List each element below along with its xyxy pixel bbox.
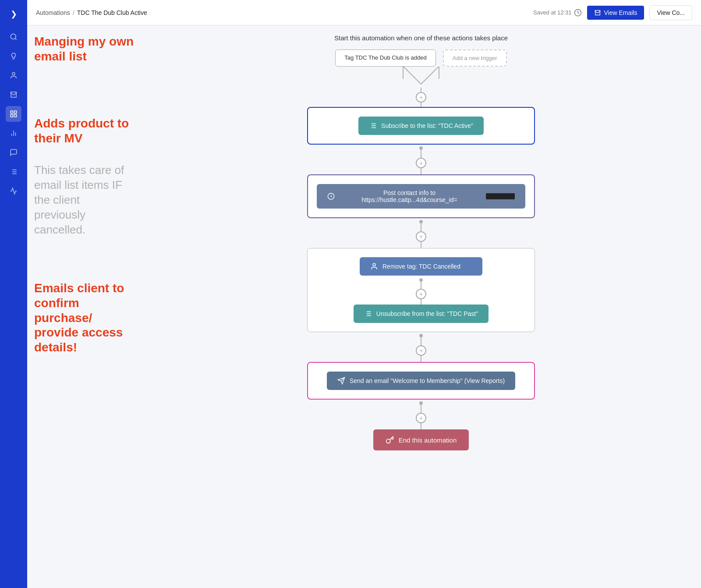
- step-2-button[interactable]: Post contact info to https://hustle.cait…: [317, 184, 525, 209]
- collapse-sidebar-button[interactable]: ❯: [6, 6, 21, 22]
- step-3-group: Remove tag: TDC Cancelled + Unsubscribe …: [307, 248, 535, 332]
- end-automation-button[interactable]: End this automation: [373, 429, 469, 450]
- messages-nav-icon[interactable]: [6, 145, 21, 160]
- svg-rect-5: [11, 115, 13, 117]
- step-1-label: Subscribe to the list: "TDC Active": [381, 122, 473, 129]
- annotations-panel: Manging my own email list Adds product t…: [27, 25, 141, 588]
- add-step-3-inner[interactable]: +: [416, 289, 426, 299]
- svg-rect-3: [11, 111, 13, 113]
- annotation-4: Emails client to confirm purchase/ provi…: [34, 281, 134, 354]
- redacted-value: [486, 193, 515, 199]
- step-4-outer: Send an email "Welcome to Membership" (V…: [307, 362, 535, 400]
- header: Automations / TDC The Dub Club Active Sa…: [27, 0, 701, 25]
- unsubscribe-icon: [364, 310, 372, 318]
- add-step-1[interactable]: +: [416, 158, 426, 168]
- view-emails-label: View Emails: [604, 9, 637, 16]
- connector-2: +: [159, 145, 683, 174]
- content-area: Manging my own email list Adds product t…: [27, 25, 701, 588]
- svg-rect-6: [14, 115, 17, 117]
- trigger-2-label: Add a new trigger: [453, 55, 497, 61]
- add-step-0[interactable]: +: [416, 92, 426, 103]
- step-3-container: Remove tag: TDC Cancelled + Unsubscribe …: [159, 248, 683, 332]
- svg-point-2: [12, 72, 15, 75]
- step-3b-label: Unsubscribe from the list: "TDC Past": [376, 310, 478, 317]
- view-contacts-button[interactable]: View Co...: [649, 5, 692, 20]
- trigger-1-box[interactable]: Tag TDC The Dub Club is added: [335, 50, 435, 67]
- add-step-3[interactable]: +: [416, 345, 426, 356]
- annotation-3-text: This takes care of email list items IF t…: [34, 163, 134, 237]
- search-icon[interactable]: [6, 29, 21, 45]
- end-automation-label: End this automation: [399, 436, 457, 444]
- breadcrumb-automations[interactable]: Automations: [36, 9, 70, 16]
- flow-header-text: Start this automation when one of these …: [159, 34, 683, 42]
- annotation-2: Adds product to their MV: [34, 116, 134, 145]
- saved-info: Saved at 12:31: [533, 9, 582, 17]
- annotation-1-text: Manging my own email list: [34, 34, 134, 64]
- step-1-button[interactable]: Subscribe to the list: "TDC Active": [358, 117, 484, 135]
- add-step-2[interactable]: +: [416, 231, 426, 242]
- connector-1: +: [159, 67, 683, 107]
- webhook-icon: [327, 192, 335, 200]
- email-button-icon: [594, 9, 601, 16]
- step-4-container: Send an email "Welcome to Membership" (V…: [159, 362, 683, 400]
- user-tag-icon: [370, 262, 378, 270]
- breadcrumb-separator: /: [73, 9, 74, 16]
- contacts-nav-icon[interactable]: [6, 67, 21, 83]
- trigger-2-box[interactable]: Add a new trigger: [443, 50, 507, 67]
- list-icon-1: [369, 122, 377, 130]
- group-inner-connector: +: [416, 276, 426, 305]
- svg-line-17: [404, 67, 421, 84]
- step-4-label: Send an email "Welcome to Membership" (V…: [350, 377, 505, 384]
- annotation-2-text: Adds product to their MV: [34, 116, 134, 145]
- connector-4: +: [159, 332, 683, 362]
- step-1-container: Subscribe to the list: "TDC Active": [159, 107, 683, 145]
- annotation-1: Manging my own email list: [34, 34, 134, 64]
- add-step-4[interactable]: +: [416, 413, 426, 423]
- svg-point-0: [11, 34, 16, 39]
- triggers-row: Tag TDC The Dub Club is added Add a new …: [159, 50, 683, 67]
- send-email-icon: [337, 377, 345, 385]
- step-4-button[interactable]: Send an email "Welcome to Membership" (V…: [327, 372, 515, 390]
- step-2-outer: Post contact info to https://hustle.cait…: [307, 174, 535, 218]
- clock-icon: [574, 9, 582, 17]
- step-3a-button[interactable]: Remove tag: TDC Cancelled: [360, 257, 482, 276]
- email-nav-icon[interactable]: [6, 87, 21, 103]
- end-container: End this automation: [159, 429, 683, 450]
- lists-nav-icon[interactable]: [6, 164, 21, 180]
- view-emails-button[interactable]: View Emails: [587, 6, 644, 20]
- flow-canvas: Start this automation when one of these …: [141, 25, 701, 588]
- main-wrapper: Automations / TDC The Dub Club Active Sa…: [27, 0, 701, 588]
- step-1-outer: Subscribe to the list: "TDC Active": [307, 107, 535, 145]
- annotation-3: This takes care of email list items IF t…: [34, 163, 134, 237]
- converge-lines: [377, 67, 465, 89]
- annotation-4-text: Emails client to confirm purchase/ provi…: [34, 281, 134, 354]
- view-contacts-label: View Co...: [657, 9, 685, 16]
- step-2-label: Post contact info to https://hustle.cait…: [339, 189, 480, 203]
- step-3a-label: Remove tag: TDC Cancelled: [382, 263, 460, 270]
- step-3b-button[interactable]: Unsubscribe from the list: "TDC Past": [354, 305, 489, 323]
- breadcrumb: Automations / TDC The Dub Club Active: [36, 9, 147, 16]
- breadcrumb-current-page: TDC The Dub Club Active: [77, 9, 147, 16]
- end-icon: [386, 436, 394, 444]
- svg-line-1: [15, 38, 16, 39]
- connector-5: +: [159, 400, 683, 429]
- svg-rect-4: [14, 111, 17, 113]
- reports-nav-icon[interactable]: [6, 125, 21, 141]
- svg-line-18: [421, 67, 439, 84]
- automations-nav-icon[interactable]: [6, 106, 21, 122]
- connector-3: +: [159, 218, 683, 248]
- lightbulb-icon[interactable]: [6, 48, 21, 64]
- svg-point-26: [373, 263, 375, 266]
- saved-label: Saved at 12:31: [533, 9, 571, 16]
- trigger-1-label: Tag TDC The Dub Club is added: [344, 54, 426, 61]
- analytics-nav-icon[interactable]: [6, 183, 21, 199]
- step-2-container: Post contact info to https://hustle.cait…: [159, 174, 683, 218]
- sidebar: ❯: [0, 0, 27, 588]
